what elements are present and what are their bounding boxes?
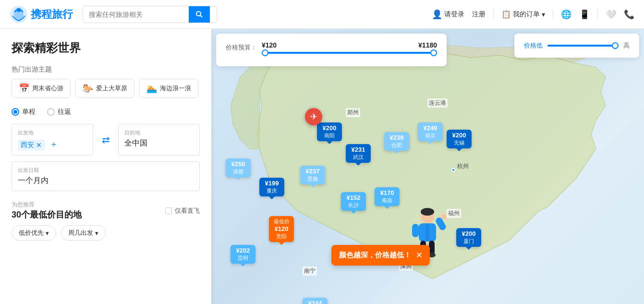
theme-card-grassland[interactable]: 🐎 爱上大草原 bbox=[75, 79, 134, 98]
calendar-icon: 📅 bbox=[19, 83, 29, 94]
map-area: 价格预算： ¥120 ¥1180 价格低 bbox=[211, 29, 644, 304]
theme-cards: 📅 周末省心游 🐎 爱上大草原 🏊 海边浪一浪 bbox=[12, 79, 200, 98]
map-pin-nanjing[interactable]: ¥249南京 bbox=[418, 122, 443, 141]
map-pin-wuxi[interactable]: ¥200无锡 bbox=[447, 130, 472, 148]
theme-label-weekend: 周末省心游 bbox=[32, 84, 63, 93]
sort-price-chevron: ▾ bbox=[46, 230, 49, 237]
map-pin-xiamen[interactable]: ¥200厦门 bbox=[456, 228, 481, 247]
price-min: ¥120 bbox=[262, 41, 277, 49]
svg-point-2 bbox=[17, 8, 21, 12]
theme-label-beach: 海边浪一浪 bbox=[160, 84, 191, 93]
search-button[interactable] bbox=[189, 6, 210, 23]
search-input[interactable] bbox=[83, 7, 189, 22]
phone-icon[interactable]: 📱 bbox=[579, 9, 590, 20]
swap-icon: ⇄ bbox=[102, 134, 110, 146]
theme-card-weekend[interactable]: 📅 周末省心游 bbox=[12, 79, 71, 98]
sort-slider-thumb[interactable] bbox=[612, 42, 619, 49]
map-pin-wuhan[interactable]: ¥231武汉 bbox=[346, 144, 371, 163]
price-values: ¥120 ¥1180 bbox=[262, 41, 437, 49]
map-pin-nanchang[interactable]: ¥170南昌 bbox=[375, 187, 400, 206]
main-layout: 探索精彩世界 热门出游主题 📅 周末省心游 🐎 爱上大草原 🏊 海边浪一浪 单程 bbox=[0, 29, 644, 304]
nav-divider-3 bbox=[597, 10, 598, 19]
origin-add-icon[interactable]: ＋ bbox=[49, 139, 58, 149]
swap-button[interactable]: ⇄ bbox=[98, 124, 113, 156]
direct-only-label: 仅看直飞 bbox=[175, 207, 200, 215]
globe-icon[interactable]: 🌐 bbox=[561, 9, 571, 20]
plane-marker[interactable]: ✈ bbox=[305, 108, 322, 125]
search-bar bbox=[83, 6, 217, 23]
map-label-nanning_label: 南宁 bbox=[303, 267, 317, 276]
logo-text: 携程旅行 bbox=[31, 7, 73, 22]
recommend-left: 为您推荐 30个最低价目的地 bbox=[12, 201, 82, 220]
dest-label: 目的地 bbox=[124, 129, 194, 136]
nav-divider-2 bbox=[553, 10, 553, 19]
origin-value: 西安 ✕ ＋ bbox=[18, 138, 87, 150]
themes-label: 热门出游主题 bbox=[12, 65, 200, 74]
theme-card-beach[interactable]: 🏊 海边浪一浪 bbox=[139, 79, 198, 98]
page-title: 探索精彩世界 bbox=[12, 40, 200, 56]
svg-line-4 bbox=[200, 15, 202, 17]
trip-type-group: 单程 往返 bbox=[12, 108, 200, 116]
date-value: 一个月内 bbox=[18, 176, 194, 186]
map-pin-nanyang[interactable]: ¥200南阳 bbox=[317, 122, 342, 141]
sort-slider-track[interactable] bbox=[547, 45, 619, 47]
one-way-radio[interactable]: 单程 bbox=[12, 108, 36, 116]
dest-value: 全中国 bbox=[124, 138, 194, 148]
svg-point-3 bbox=[196, 12, 201, 16]
register-button[interactable]: 注册 bbox=[472, 10, 486, 19]
left-panel: 探索精彩世界 热门出游主题 📅 周末省心游 🐎 爱上大草原 🏊 海边浪一浪 单程 bbox=[0, 29, 211, 304]
heart-icon[interactable]: 🤍 bbox=[606, 9, 616, 20]
map-pin-hefei[interactable]: ¥239合肥 bbox=[384, 132, 409, 151]
sort-filter-panel: 价格低 高 bbox=[514, 34, 639, 58]
nav-divider bbox=[493, 10, 494, 19]
color-tooltip: 颜色越深，价格越低！ ✕ bbox=[331, 245, 430, 266]
sort-label-low: 价格低 bbox=[524, 41, 543, 50]
tooltip-close-button[interactable]: ✕ bbox=[416, 251, 422, 260]
origin-tag: 西安 ✕ bbox=[18, 140, 45, 150]
swim-icon: 🏊 bbox=[146, 83, 157, 94]
price-slider-track[interactable] bbox=[262, 52, 437, 54]
map-pin-guiyang[interactable]: 最低价¥120贵阳 bbox=[269, 216, 294, 242]
map-pin-chongqing[interactable]: ¥199重庆 bbox=[259, 178, 284, 196]
map-pin-changsha[interactable]: ¥152长沙 bbox=[341, 192, 366, 211]
origin-label: 出发地 bbox=[18, 129, 87, 136]
origin-dest-row: 出发地 西安 ✕ ＋ ⇄ 目的地 全中国 bbox=[12, 124, 200, 156]
map-pin-chengdu[interactable]: ¥250成都 bbox=[226, 158, 251, 177]
date-field[interactable]: 出发日期 一个月内 bbox=[12, 161, 200, 191]
logo[interactable]: 携程旅行 bbox=[10, 5, 73, 24]
service-icon[interactable]: 📞 bbox=[624, 9, 634, 20]
orders-button[interactable]: 📋 我的订单 ▾ bbox=[501, 10, 545, 19]
login-button[interactable]: 👤 请登录 bbox=[432, 9, 464, 20]
date-label: 出发日期 bbox=[18, 167, 194, 174]
map-label-fuzhou_label: 福州 bbox=[447, 209, 461, 218]
sort-label-high: 高 bbox=[623, 41, 630, 50]
price-max: ¥1180 bbox=[418, 41, 437, 49]
recommend-title: 30个最低价目的地 bbox=[12, 209, 82, 220]
one-way-radio-dot bbox=[12, 108, 19, 116]
origin-close-icon[interactable]: ✕ bbox=[36, 141, 42, 149]
dest-field[interactable]: 目的地 全中国 bbox=[118, 124, 200, 156]
sort-day-button[interactable]: 周几出发 ▾ bbox=[61, 225, 106, 241]
sort-day-chevron: ▾ bbox=[95, 230, 98, 237]
round-trip-radio[interactable]: 往返 bbox=[47, 108, 71, 116]
price-filter-label: 价格预算： bbox=[226, 43, 257, 52]
theme-label-grassland: 爱上大草原 bbox=[96, 84, 127, 93]
map-label-zhengzhou_label: 郑州 bbox=[346, 108, 360, 117]
direct-only-checkbox[interactable]: 仅看直飞 bbox=[165, 207, 200, 215]
price-slider-container: ¥120 ¥1180 bbox=[262, 41, 437, 54]
tooltip-text: 颜色越深，价格越低！ bbox=[339, 251, 411, 260]
price-slider-right-thumb[interactable] bbox=[430, 49, 437, 56]
svg-point-15 bbox=[441, 214, 447, 219]
map-pin-kunming[interactable]: ¥202昆明 bbox=[231, 245, 255, 264]
map-pin-nanning244[interactable]: ¥244南宁 bbox=[303, 298, 328, 304]
svg-point-6 bbox=[421, 208, 434, 216]
origin-field[interactable]: 出发地 西安 ✕ ＋ bbox=[12, 124, 93, 156]
price-filter-panel: 价格预算： ¥120 ¥1180 bbox=[216, 34, 447, 66]
sort-row: 低价优先 ▾ 周几出发 ▾ bbox=[12, 225, 200, 241]
sort-price-button[interactable]: 低价优先 ▾ bbox=[12, 225, 56, 241]
map-pin-enshi[interactable]: ¥237恩施 bbox=[300, 166, 325, 184]
recommend-header: 为您推荐 30个最低价目的地 仅看直飞 bbox=[12, 201, 200, 220]
price-slider-left-thumb[interactable] bbox=[262, 49, 268, 56]
price-slider-fill bbox=[262, 52, 437, 54]
map-label-lianyungang_label: 连云港 bbox=[427, 98, 448, 108]
